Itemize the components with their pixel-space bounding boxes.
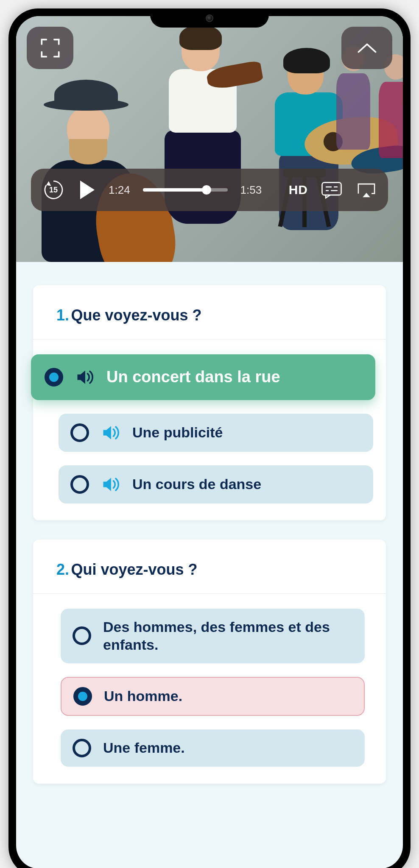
radio-unselected[interactable] bbox=[73, 739, 91, 757]
time-total: 1:53 bbox=[240, 184, 262, 197]
question-header: 1. Que voyez-vous ? bbox=[33, 285, 386, 339]
radio-selected[interactable] bbox=[73, 687, 92, 706]
option-text: Une femme. bbox=[103, 739, 185, 757]
option-text: Un cours de danse bbox=[132, 475, 261, 493]
screen: 15 1:24 1:53 HD bbox=[16, 16, 403, 868]
question-card: 2. Qui voyez-vous ? Des hommes, des femm… bbox=[33, 540, 386, 784]
question-card: 1. Que voyez-vous ? Un concer bbox=[33, 285, 386, 520]
replay-15-button[interactable]: 15 bbox=[42, 178, 65, 202]
phone-frame: 15 1:24 1:53 HD bbox=[8, 8, 411, 868]
answer-option[interactable]: Une femme. bbox=[61, 729, 365, 767]
fullscreen-button[interactable] bbox=[27, 27, 73, 69]
camera-icon bbox=[206, 14, 213, 22]
fullscreen-icon bbox=[39, 36, 62, 60]
hd-quality-button[interactable]: HD bbox=[289, 183, 308, 197]
speaker-icon bbox=[75, 367, 95, 387]
radio-selected[interactable] bbox=[45, 368, 63, 387]
video-player[interactable]: 15 1:24 1:53 HD bbox=[16, 16, 403, 262]
collapse-button[interactable] bbox=[341, 27, 392, 69]
subtitles-icon bbox=[321, 181, 343, 199]
radio-unselected[interactable] bbox=[73, 626, 91, 645]
illustration-bystander bbox=[377, 54, 403, 160]
play-audio-button[interactable] bbox=[101, 475, 120, 494]
quiz-content: 1. Que voyez-vous ? Un concer bbox=[16, 262, 403, 820]
option-text: Des hommes, des femmes et des enfants. bbox=[103, 618, 353, 654]
play-button[interactable] bbox=[78, 180, 96, 200]
play-icon bbox=[78, 180, 96, 200]
answer-option[interactable]: Un concert dans la rue bbox=[31, 354, 375, 400]
answer-option[interactable]: Des hommes, des femmes et des enfants. bbox=[61, 609, 365, 663]
question-header: 2. Qui voyez-vous ? bbox=[33, 540, 386, 594]
progress-thumb[interactable] bbox=[202, 185, 211, 195]
progress-fill bbox=[143, 188, 207, 192]
play-audio-button[interactable] bbox=[75, 367, 95, 387]
question-number: 2. bbox=[56, 561, 69, 578]
time-current: 1:24 bbox=[109, 184, 130, 197]
option-text: Un concert dans la rue bbox=[106, 367, 280, 387]
option-text: Une publicité bbox=[132, 423, 223, 442]
question-text: Qui voyez-vous ? bbox=[71, 561, 197, 578]
subtitles-button[interactable] bbox=[321, 181, 343, 199]
play-audio-button[interactable] bbox=[101, 423, 120, 442]
speaker-icon bbox=[101, 423, 120, 442]
chevron-up-icon bbox=[355, 36, 379, 60]
replay-seconds-label: 15 bbox=[49, 186, 58, 195]
speaker-icon bbox=[101, 475, 120, 494]
options-list: Un concert dans la rue Une publicité bbox=[33, 339, 386, 504]
answer-option[interactable]: Un homme. bbox=[61, 677, 365, 716]
answer-option[interactable]: Un cours de danse bbox=[59, 465, 373, 504]
question-text: Que voyez-vous ? bbox=[71, 306, 201, 324]
svg-rect-0 bbox=[322, 183, 341, 195]
radio-unselected[interactable] bbox=[70, 475, 89, 494]
radio-unselected[interactable] bbox=[70, 423, 89, 442]
answer-option[interactable]: Une publicité bbox=[59, 414, 373, 452]
options-list: Des hommes, des femmes et des enfants. U… bbox=[33, 594, 386, 767]
phone-notch bbox=[150, 8, 269, 28]
video-controls: 15 1:24 1:53 HD bbox=[31, 169, 388, 211]
question-number: 1. bbox=[56, 306, 69, 324]
option-text: Un homme. bbox=[104, 687, 182, 705]
airplay-button[interactable] bbox=[355, 181, 377, 199]
progress-bar[interactable] bbox=[143, 188, 228, 192]
airplay-icon bbox=[355, 181, 377, 199]
